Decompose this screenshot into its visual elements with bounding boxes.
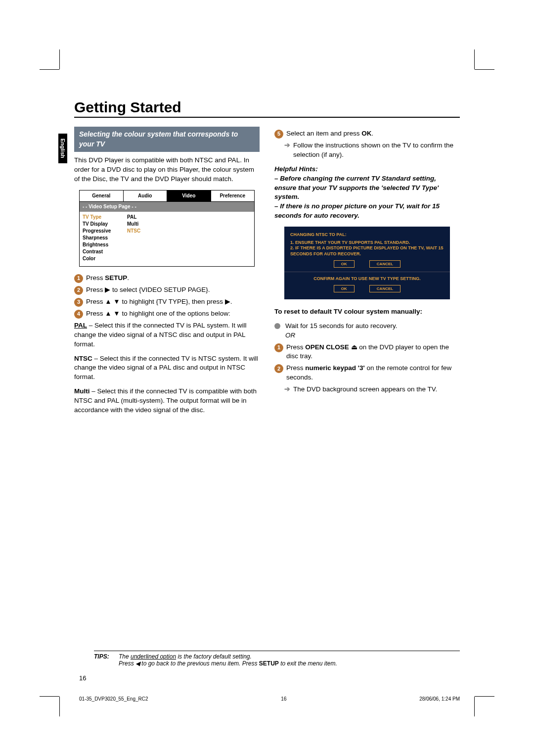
step-number: 4 bbox=[74, 310, 83, 319]
step-number-1b: 1 bbox=[274, 343, 283, 352]
dialog-graphic: CHANGING NTSC TO PAL: 1. ENSURE THAT YOU… bbox=[284, 227, 450, 299]
language-tab: English bbox=[58, 134, 67, 163]
osd-row: Brightness bbox=[83, 241, 251, 248]
step-5-sub: ➔ Follow the instructions shown on the T… bbox=[274, 141, 460, 160]
reset-step-2: 2 Press numeric keypad '3' on the remote… bbox=[274, 364, 460, 382]
step-5: 5 Select an item and press OK. bbox=[274, 129, 460, 139]
option-ntsc: NTSC – Select this if the connected TV i… bbox=[74, 354, 260, 382]
step-number-2b: 2 bbox=[274, 364, 283, 373]
reset-wait: Wait for 15 seconds for auto recovery. O… bbox=[274, 322, 460, 340]
dialog-ok-2: OK bbox=[334, 285, 355, 292]
bullet-icon bbox=[274, 323, 280, 329]
osd-page-header: - - Video Setup Page - - bbox=[80, 202, 254, 212]
intro-paragraph: This DVD Player is compatible with both … bbox=[74, 156, 260, 184]
section-subheading: Selecting the colour system that corresp… bbox=[74, 127, 260, 152]
option-pal: PAL – Select this if the connected TV is… bbox=[74, 321, 260, 349]
helpful-hints-body: – Before changing the current TV Standar… bbox=[274, 174, 460, 221]
reset-step-1: 1 Press OPEN CLOSE ⏏ on the DVD player t… bbox=[274, 343, 460, 362]
osd-row: ProgressiveNTSC bbox=[83, 228, 251, 235]
helpful-hints-heading: Helpful Hints: bbox=[274, 165, 460, 174]
step-number-5: 5 bbox=[274, 130, 283, 139]
step: 1Press SETUP. bbox=[74, 274, 260, 283]
osd-row: Contrast bbox=[83, 248, 251, 255]
option-multi: Multi – Select this if the connected TV … bbox=[74, 387, 260, 415]
osd-row: Color bbox=[83, 255, 251, 262]
arrow-icon: ➔ bbox=[284, 141, 290, 160]
osd-row: TV TypePAL bbox=[83, 214, 251, 221]
step-number: 1 bbox=[74, 274, 83, 283]
step: 3Press ▲ ▼ to highlight {TV TYPE}, then … bbox=[74, 297, 260, 307]
osd-tab-preference: Preference bbox=[211, 190, 255, 202]
step: 4Press ▲ ▼ to highlight one of the optio… bbox=[74, 309, 260, 319]
arrow-icon: ➔ bbox=[284, 385, 290, 394]
tips-footer: TIPS: The underlined option is the facto… bbox=[94, 651, 460, 667]
osd-menu: General Audio Video Preference - - Video… bbox=[79, 190, 255, 267]
right-column: 5 Select an item and press OK. ➔ Follow … bbox=[274, 127, 460, 420]
print-footer: 01-35_DVP3020_55_Eng_RC2 16 28/06/06, 1:… bbox=[79, 696, 460, 702]
osd-tab-general: General bbox=[80, 190, 123, 202]
osd-tab-audio: Audio bbox=[123, 190, 167, 202]
left-column: Selecting the colour system that corresp… bbox=[74, 127, 260, 420]
reset-step-2-sub: ➔ The DVD background screen appears on t… bbox=[274, 385, 460, 394]
dialog-ok-1: OK bbox=[334, 260, 355, 268]
osd-row: TV DisplayMulti bbox=[83, 221, 251, 228]
reset-heading: To reset to default TV colour system man… bbox=[274, 307, 460, 317]
osd-tab-video: Video bbox=[167, 190, 211, 202]
dialog-cancel-1: CANCEL bbox=[369, 260, 400, 268]
title-rule bbox=[74, 117, 460, 118]
page-number: 16 bbox=[79, 674, 86, 682]
dialog-cancel-2: CANCEL bbox=[369, 285, 400, 292]
step: 2Press ▶ to select {VIDEO SETUP PAGE}. bbox=[74, 285, 260, 295]
osd-row: Sharpness bbox=[83, 235, 251, 241]
step-number: 3 bbox=[74, 298, 83, 307]
step-number: 2 bbox=[74, 286, 83, 295]
page-title: Getting Started bbox=[74, 99, 460, 116]
